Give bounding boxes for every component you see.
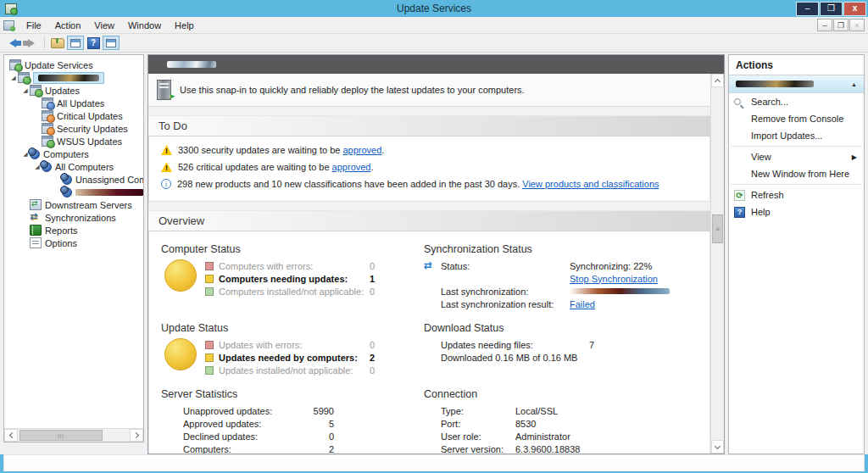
todo-item-security: ! 3300 security updates are waiting to b… xyxy=(161,142,698,159)
stat-row: Approved updates:5 xyxy=(183,417,424,430)
hscroll-thumb[interactable]: ||| xyxy=(19,430,103,441)
scroll-up-button[interactable] xyxy=(711,74,724,87)
downloaded-row: Downloaded 0.16 MB of 0.16 MB xyxy=(441,351,698,364)
action-new-window-from-here[interactable]: New Window from Here xyxy=(729,165,864,182)
expander-icon[interactable]: ◢ xyxy=(21,87,30,94)
console-tree-panel: Update Services ◢ ◢ Updates All Updates … xyxy=(3,54,144,442)
overview-section: Computer Status Computers with errors: 0 xyxy=(148,231,710,454)
server-statistics-block: Server Statistics Unapproved updates:599… xyxy=(161,385,424,454)
expander-icon[interactable]: ◢ xyxy=(9,75,18,81)
chevron-down-icon xyxy=(715,442,721,448)
tree-item-updates[interactable]: ◢ Updates xyxy=(4,84,143,97)
sync-arrows-icon xyxy=(424,259,441,271)
computer-status-block: Computer Status Computers with errors: 0 xyxy=(161,240,424,319)
action-pane-window-icon xyxy=(106,39,116,47)
tree-item-options[interactable]: Options xyxy=(4,236,143,249)
actions-panel-title: Actions xyxy=(729,55,864,75)
legend-error-icon xyxy=(205,341,214,349)
scroll-right-button[interactable] xyxy=(130,429,143,442)
back-button[interactable] xyxy=(3,36,22,51)
action-refresh[interactable]: ⟳ Refresh xyxy=(729,186,864,203)
tree-item-all-updates[interactable]: All Updates xyxy=(4,97,143,109)
tree-item-downstream-servers[interactable]: Downstream Servers xyxy=(4,198,143,211)
scroll-down-button[interactable] xyxy=(711,440,724,454)
action-import-updates[interactable]: Import Updates... xyxy=(729,127,864,144)
forward-arrow-icon xyxy=(28,39,35,47)
synchronization-status-block: Synchronization Status Status: Synchroni… xyxy=(424,240,698,319)
legend-installed-icon xyxy=(205,366,214,375)
vscroll-thumb[interactable]: ≡ xyxy=(712,214,723,243)
update-services-icon xyxy=(9,59,21,70)
tree-item-reports[interactable]: Reports xyxy=(4,224,143,236)
menu-window[interactable]: Window xyxy=(121,18,168,33)
menu-view[interactable]: View xyxy=(87,18,121,33)
up-one-level-button[interactable] xyxy=(48,36,67,51)
legend-needed-icon xyxy=(205,275,214,283)
tree-item-computer-group[interactable] xyxy=(4,186,143,198)
maximize-button[interactable]: ❐ xyxy=(820,2,843,16)
view-products-link[interactable]: View products and classifications xyxy=(522,179,659,189)
scroll-left-button[interactable] xyxy=(4,429,18,442)
tree-horizontal-scrollbar[interactable]: ||| xyxy=(4,428,143,442)
tree-item-label: Update Services xyxy=(25,60,93,70)
legend-needed-icon xyxy=(205,353,214,362)
menu-file[interactable]: File xyxy=(19,18,48,33)
stop-synchronization-link[interactable]: Stop Synchronization xyxy=(570,274,658,284)
forward-button[interactable] xyxy=(22,36,41,51)
vscroll-track[interactable]: ≡ xyxy=(711,87,724,440)
show-console-tree-button[interactable] xyxy=(67,36,84,50)
menu-action[interactable]: Action xyxy=(48,18,88,33)
tree-item-label: Reports xyxy=(45,225,78,236)
tree-item-synchronizations[interactable]: Synchronizations xyxy=(4,211,143,224)
redacted-server-name-header xyxy=(167,61,216,68)
toolbar-separator xyxy=(44,36,45,50)
warning-icon: ! xyxy=(161,162,172,172)
approved-link[interactable]: approved xyxy=(332,162,371,172)
tree-item-computers[interactable]: ◢ Computers xyxy=(4,147,143,160)
tree-item-all-computers[interactable]: ◢ All Computers xyxy=(4,160,143,173)
menu-help[interactable]: Help xyxy=(168,18,201,33)
tree-item-label: Security Updates xyxy=(57,124,128,134)
server-statistics-title: Server Statistics xyxy=(161,388,424,400)
actions-server-group-header[interactable]: ▲ xyxy=(729,75,864,93)
tree-item-security-updates[interactable]: Security Updates xyxy=(4,122,143,135)
child-minimize-button[interactable]: – xyxy=(817,19,832,31)
wsus-updates-icon xyxy=(42,136,53,147)
child-close-button[interactable]: × xyxy=(849,19,865,31)
action-search[interactable]: Search... xyxy=(729,93,864,110)
download-files-row: Updates needing files: 7 xyxy=(441,338,698,351)
tree-item-update-services-root[interactable]: Update Services xyxy=(4,58,143,71)
action-view[interactable]: View ▶ xyxy=(729,148,864,165)
sync-status-title: Synchronization Status xyxy=(424,243,698,255)
tree-item-label: Synchronizations xyxy=(45,213,116,223)
collapse-icon[interactable]: ▲ xyxy=(851,81,857,87)
child-restore-button[interactable]: ❐ xyxy=(833,19,849,31)
tree-item-wsus-updates[interactable]: WSUS Updates xyxy=(4,135,143,147)
action-help[interactable]: ? Help xyxy=(729,203,864,220)
tree-item-critical-updates[interactable]: Critical Updates xyxy=(4,109,143,122)
tree-item-server[interactable]: ◢ xyxy=(4,71,143,84)
action-remove-from-console[interactable]: Remove from Console xyxy=(729,110,864,127)
content-vertical-scrollbar[interactable]: ≡ xyxy=(710,74,724,454)
redacted-computer-group-name xyxy=(75,189,143,196)
info-icon: i xyxy=(161,179,171,189)
submenu-arrow-icon: ▶ xyxy=(852,153,857,161)
help-icon: ? xyxy=(87,37,100,49)
chevron-up-icon xyxy=(715,78,721,84)
legend-row: Updates installed/not applicable: 0 xyxy=(205,364,424,376)
unassigned-computers-icon xyxy=(62,175,72,185)
minimize-button[interactable]: – xyxy=(796,2,819,16)
show-action-pane-button[interactable] xyxy=(103,36,120,50)
failed-link[interactable]: Failed xyxy=(570,299,595,309)
tree-item-unassigned-computers[interactable]: Unassigned Comput xyxy=(4,173,143,186)
downstream-servers-icon xyxy=(30,199,42,210)
critical-updates-icon xyxy=(42,110,53,121)
hscroll-track[interactable]: ||| xyxy=(18,429,130,442)
toolbar: ? xyxy=(0,34,868,53)
selected-tree-item xyxy=(33,72,104,84)
actions-separator xyxy=(731,184,862,185)
close-button[interactable]: x xyxy=(843,2,866,16)
approved-link[interactable]: approved xyxy=(342,145,381,155)
help-toolbar-button[interactable]: ? xyxy=(84,36,103,51)
connection-block: Connection Type:Local/SSL Port:8530 User… xyxy=(424,385,698,454)
